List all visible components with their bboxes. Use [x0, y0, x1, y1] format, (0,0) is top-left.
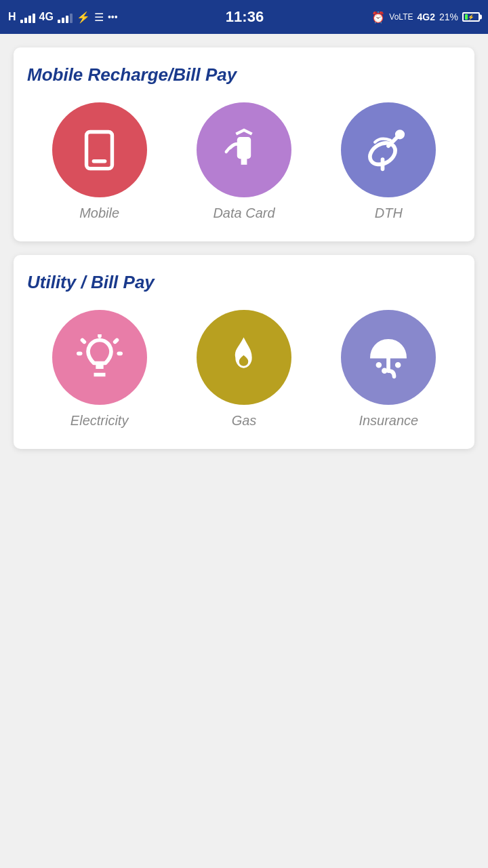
dth-icon [365, 127, 411, 173]
mobile-icon-circle[interactable] [52, 102, 147, 197]
utility-bill-title: Utility / Bill Pay [27, 272, 461, 293]
utility-bill-card: Utility / Bill Pay Electrici [14, 255, 474, 449]
svg-point-16 [396, 363, 401, 368]
data-card-item[interactable]: Data Card [197, 102, 291, 221]
svg-line-9 [82, 340, 84, 342]
insurance-item[interactable]: Insurance [341, 310, 436, 429]
insurance-icon [365, 334, 411, 380]
mobile-recharge-card: Mobile Recharge/Bill Pay Mobile [14, 47, 474, 241]
svg-point-14 [377, 363, 381, 368]
clock: 11:36 [226, 8, 264, 26]
data-card-icon-circle[interactable] [197, 102, 291, 197]
data-card-icon [220, 126, 268, 174]
gas-icon-circle[interactable] [197, 310, 291, 405]
status-bar: H 4G ⚡ ☰ ••• 11:36 ⏰ VoLTE 4G2 21% ⚡ [0, 0, 488, 34]
gas-label: Gas [232, 413, 257, 429]
status-left: H 4G ⚡ ☰ ••• [8, 11, 118, 24]
main-content: Mobile Recharge/Bill Pay Mobile [0, 34, 488, 476]
gas-item[interactable]: Gas [197, 310, 291, 429]
gas-icon [222, 336, 266, 380]
dth-icon-circle[interactable] [341, 102, 436, 197]
vol-lte: VoLTE [389, 12, 413, 22]
status-right: ⏰ VoLTE 4G2 21% ⚡ [371, 11, 480, 24]
mobile-item[interactable]: Mobile [52, 102, 147, 221]
battery-percent: 21% [439, 12, 458, 22]
mobile-recharge-grid: Mobile Data Card [27, 102, 461, 221]
battery-icon: ⚡ [462, 12, 480, 22]
mobile-icon [77, 128, 121, 172]
dth-item[interactable]: DTH [341, 102, 436, 221]
mobile-label: Mobile [79, 205, 119, 221]
insurance-icon-circle[interactable] [341, 310, 436, 405]
clock-icon: ⏰ [371, 11, 385, 24]
svg-line-10 [115, 340, 117, 342]
network-4g: 4G [39, 11, 54, 23]
mobile-recharge-title: Mobile Recharge/Bill Pay [27, 64, 461, 85]
electricity-item[interactable]: Electricity [52, 310, 147, 429]
svg-point-15 [383, 369, 387, 373]
signal-bars-1 [20, 11, 35, 23]
electricity-label: Electricity [70, 413, 129, 429]
electricity-icon-circle[interactable] [52, 310, 147, 405]
more-icon: ••• [108, 12, 118, 22]
network2: 4G2 [417, 12, 434, 22]
dth-label: DTH [375, 205, 403, 221]
utility-bill-grid: Electricity Gas [27, 310, 461, 429]
svg-point-6 [396, 131, 404, 138]
extra-icon: ☰ [94, 11, 104, 24]
signal-h: H [8, 11, 16, 23]
usb-icon: ⚡ [77, 11, 90, 24]
electricity-icon [77, 334, 123, 380]
data-card-label: Data Card [213, 205, 274, 221]
signal-bars-2 [58, 11, 73, 23]
insurance-label: Insurance [359, 413, 418, 429]
svg-rect-3 [242, 158, 246, 164]
